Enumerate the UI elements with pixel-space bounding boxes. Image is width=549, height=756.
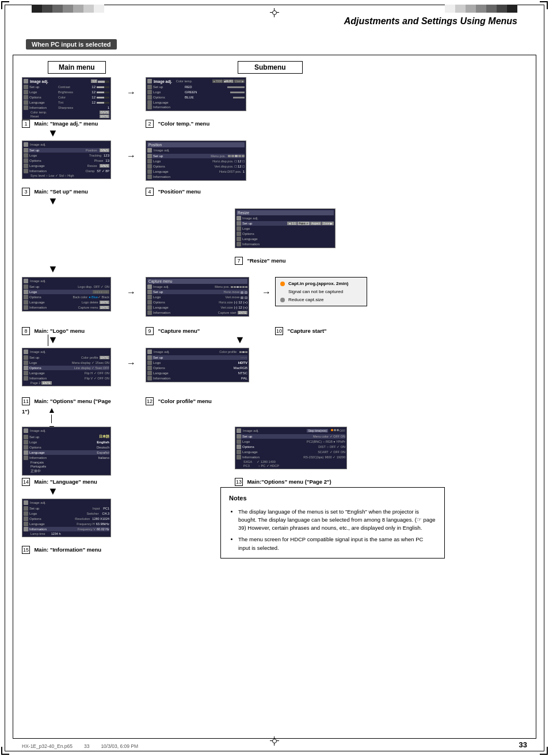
main-menu-label: Main menu [48, 61, 106, 74]
row-4: Image adj. Set up Color profile ENTE Log… [22, 348, 261, 386]
caption-information: 15 Main: "Information" menu [22, 544, 101, 554]
menu-image-adj: Image adj. 12 Set up Contrast 12 Logo [22, 77, 117, 120]
caption-row-1: 1 Main: "Image adj." menu 2 "Color temp.… [22, 117, 209, 128]
vert-arrow-2: ▼ [48, 196, 58, 206]
crosshair-top [270, 8, 279, 17]
menu-color-profile: Image adj. Color profile Set up —— Logo [146, 348, 261, 382]
row-1: Image adj. 12 Set up Contrast 12 Logo [22, 77, 261, 120]
footer: HX-1E_p32-40_En.p65 33 10/3/03, 6:09 PM [22, 743, 138, 749]
vert-arrow-4: ▼ [48, 335, 58, 345]
menu-resize: Resize Image adj. Set up ◄ 1:1 Point ✓ A… [235, 208, 336, 248]
menu-setup: Image adj. Set up Position D/N/S Logo Tr… [22, 140, 117, 179]
row-2: Image adj. Set up Position D/N/S Logo Tr… [22, 140, 261, 181]
vert-arrow-4b: ▼ [235, 335, 245, 345]
page-title: Adjustments and Settings Using Menus [344, 16, 517, 26]
notes-box: Notes The display language of the menus … [220, 487, 445, 559]
color-strip-left [32, 5, 104, 13]
corner-tl [1, 1, 9, 9]
menu-capture: Capture menu Image adj. Menu pos. [146, 277, 258, 317]
page-number: 33 [519, 740, 527, 749]
caption-resize: 7 "Resize" menu [235, 254, 286, 265]
submenu-label: Submenu [238, 61, 303, 74]
page-border-right [544, 5, 544, 751]
menu-position: Position Image adj. Set up Menu pos. [146, 140, 261, 181]
menu-language: Image adj. Set up 日本語 Logo English Optio… [22, 427, 111, 476]
caption-row-3: 8 Main: "Logo" menu 9 "Capture menu" 10 … [22, 325, 327, 335]
arrow-3-4: → [117, 140, 146, 161]
vert-arrow-1: ▼ [48, 128, 58, 138]
color-strip-right [445, 5, 517, 13]
menu-options2: Image adj. Step time(min) OFF Set up Men… [235, 427, 347, 469]
arrow-11-12: → [117, 348, 146, 368]
caption-language: 14 Main: "Language" menu [22, 476, 97, 486]
caption-row-2: 3 Main: "Set up" menu 4 "Position" menu [22, 185, 201, 196]
section-heading: When PC input is selected [26, 39, 117, 50]
vert-line-4 [48, 335, 48, 346]
menu-logo: Image adj. Set up Logo disp. OFF ✓ ON Lo… [22, 277, 117, 311]
menu-information: Image adj. Set up Input PC1 Logo Switche… [22, 499, 111, 537]
menu-color-temp: Image adj. Color temp. ● 7000 ●McR1 User… [146, 77, 261, 111]
vert-arrow-3: ▼ [48, 264, 58, 274]
arrow-1-2: → [117, 77, 146, 98]
menu-options1: Image adj. Set up Color profile ENTE Log… [22, 348, 117, 386]
main-content-area: Main menu Submenu Image adj. 12 Set up [13, 55, 536, 739]
row-3: Image adj. Set up Logo disp. OFF ✓ ON Lo… [22, 277, 373, 317]
crosshair-bottom [270, 736, 279, 746]
page-border-bottom [5, 751, 544, 751]
page-border-left [5, 5, 5, 751]
arrow-9-10: → [258, 277, 275, 298]
capture-start-box: Capt.in prog.(approx. 2min) Signal can n… [275, 277, 373, 306]
caption-options2: 13 Main:"Options" menu ("Page 2") [235, 476, 331, 486]
arrow-8-9: → [117, 277, 146, 298]
vert-arrow-5: ▼ [48, 486, 58, 496]
